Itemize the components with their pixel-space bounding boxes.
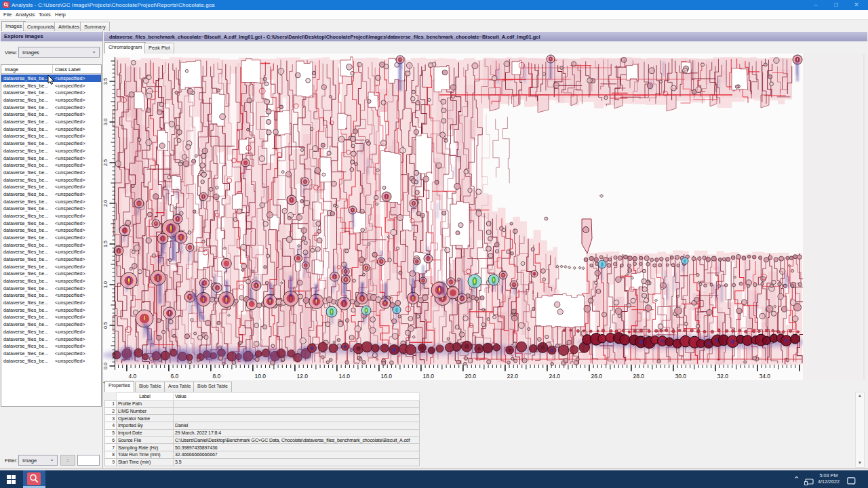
svg-text:8.0: 8.0	[213, 373, 221, 380]
svg-text:14.0: 14.0	[339, 373, 351, 380]
svg-text:22.0: 22.0	[507, 373, 519, 380]
svg-text:3.5: 3.5	[103, 78, 108, 85]
svg-text:20.0: 20.0	[465, 373, 477, 380]
svg-text:34.0: 34.0	[760, 373, 771, 380]
svg-text:30.0: 30.0	[675, 373, 687, 380]
svg-text:12.0: 12.0	[297, 373, 309, 380]
svg-text:1.0: 1.0	[103, 281, 108, 288]
svg-text:26.0: 26.0	[591, 373, 603, 380]
svg-text:0.5: 0.5	[103, 322, 108, 329]
svg-text:3.0: 3.0	[103, 119, 108, 125]
svg-text:4.0: 4.0	[129, 373, 137, 380]
svg-text:24.0: 24.0	[549, 373, 561, 380]
svg-text:32.0: 32.0	[717, 373, 729, 380]
svg-text:6.0: 6.0	[171, 373, 179, 380]
svg-text:28.0: 28.0	[633, 373, 645, 380]
svg-text:18.0: 18.0	[423, 373, 435, 380]
svg-text:1.5: 1.5	[103, 241, 108, 247]
svg-text:10.0: 10.0	[255, 373, 267, 380]
svg-text:2.0: 2.0	[103, 200, 108, 207]
svg-text:0.0: 0.0	[103, 363, 108, 369]
svg-text:2.5: 2.5	[103, 159, 108, 166]
svg-text:16.0: 16.0	[381, 373, 393, 380]
